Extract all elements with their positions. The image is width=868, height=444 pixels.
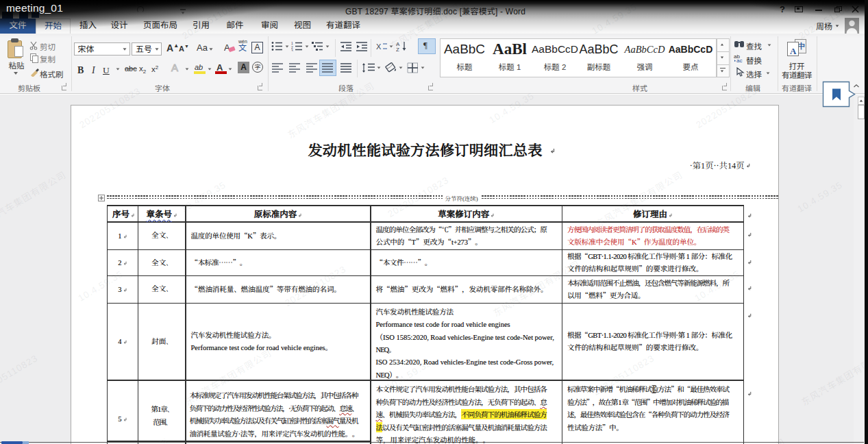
svg-text:X: X bbox=[376, 42, 382, 51]
svg-text:3: 3 bbox=[291, 48, 293, 51]
svg-text:ac: ac bbox=[736, 58, 742, 62]
svg-text:Z: Z bbox=[396, 47, 399, 52]
